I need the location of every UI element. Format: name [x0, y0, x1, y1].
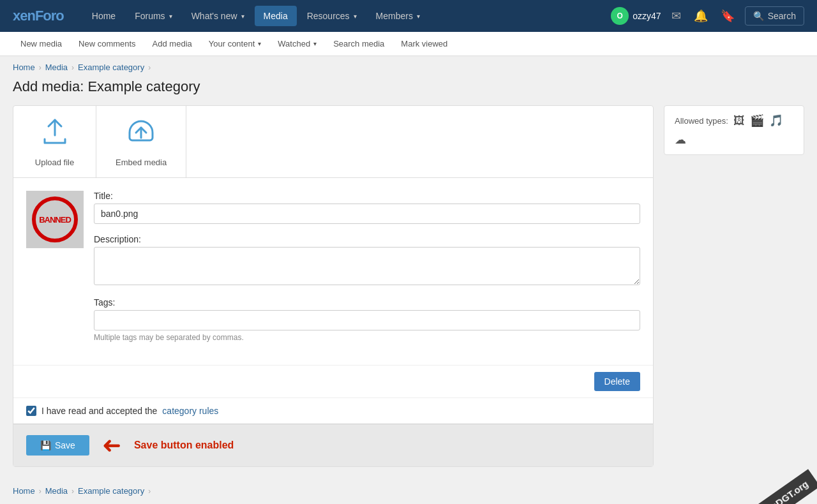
description-label: Description: [94, 234, 640, 244]
ban-circle: BANNED [32, 196, 78, 242]
page-title: Add media: Example category [0, 78, 817, 105]
subnav-search-media[interactable]: Search media [326, 35, 392, 52]
search-label: Search [768, 11, 796, 21]
content-wrapper: Upload file Embed media BANNED [0, 105, 817, 480]
breadcrumb-sep: › [71, 487, 74, 496]
tab-embed-media[interactable]: Embed media [96, 106, 186, 177]
breadcrumb-bottom-media[interactable]: Media [45, 486, 68, 496]
subnav-new-media[interactable]: New media [13, 35, 70, 52]
form-section: BANNED Title: Description: Tags: Multipl… [13, 178, 653, 365]
description-group: Description: [94, 234, 640, 287]
nav-items: Home Forums▾ What's new▾ Media Resources… [83, 6, 611, 26]
username: ozzy47 [633, 11, 661, 21]
tags-group: Tags: Multiple tags may be separated by … [94, 297, 640, 342]
audio-type-icon: 🎵 [769, 114, 783, 128]
floppy-icon: 💾 [40, 440, 51, 450]
top-navigation: xenForo Home Forums▾ What's new▾ Media R… [0, 0, 817, 32]
media-tabs: Upload file Embed media [13, 106, 653, 178]
breadcrumb-bottom-example-category[interactable]: Example category [78, 486, 144, 496]
terms-checkbox[interactable] [26, 406, 36, 416]
media-preview: BANNED [26, 191, 84, 352]
chevron-icon: ▾ [241, 13, 244, 20]
tags-input[interactable] [94, 310, 640, 330]
save-enabled-text: Save button enabled [134, 440, 234, 451]
breadcrumb-media[interactable]: Media [45, 63, 68, 72]
allowed-types: Allowed types: 🖼 🎬 🎵 ☁ [664, 105, 804, 155]
breadcrumb-home[interactable]: Home [13, 63, 35, 72]
breadcrumb-bottom: Home › Media › Example category › [0, 480, 817, 502]
breadcrumb-sep: › [148, 487, 151, 496]
title-group: Title: [94, 191, 640, 224]
arrow-indicator: ➜ [102, 432, 121, 459]
search-icon: 🔍 [753, 11, 764, 21]
nav-resources[interactable]: Resources▾ [298, 6, 366, 26]
site-logo[interactable]: xenForo [13, 8, 64, 24]
video-type-icon: 🎬 [750, 114, 764, 128]
breadcrumb-sep: › [39, 63, 41, 72]
tags-hint: Multiple tags may be separated by commas… [94, 333, 640, 342]
side-panel: Allowed types: 🖼 🎬 🎵 ☁ [664, 105, 804, 467]
upload-type-icon: ☁ [675, 133, 686, 147]
avatar: O [611, 7, 629, 25]
logo-text2: Foro [35, 8, 64, 24]
chevron-icon: ▾ [258, 40, 261, 47]
category-rules-link[interactable]: category rules [162, 406, 218, 416]
bookmark-icon[interactable]: 🔖 [718, 6, 737, 26]
mail-icon[interactable]: ✉ [669, 6, 684, 26]
breadcrumb-sep: › [148, 63, 151, 72]
delete-button[interactable]: Delete [594, 372, 640, 391]
terms-row: I have read and accepted the category ru… [13, 397, 653, 424]
breadcrumb-sep: › [71, 63, 74, 72]
chevron-icon: ▾ [169, 13, 172, 20]
save-row: 💾 Save ➜ Save button enabled [13, 424, 653, 466]
user-badge[interactable]: O ozzy47 [611, 7, 661, 25]
main-panel: Upload file Embed media BANNED [13, 105, 654, 467]
nav-members[interactable]: Members▾ [367, 6, 429, 26]
sub-navigation: New media New comments Add media Your co… [0, 32, 817, 56]
chevron-icon: ▾ [417, 13, 420, 20]
logo-text1: xen [13, 8, 35, 24]
subnav-mark-viewed[interactable]: Mark viewed [393, 35, 455, 52]
nav-home[interactable]: Home [83, 6, 124, 26]
search-button[interactable]: 🔍 Search [745, 6, 804, 26]
preview-image: BANNED [26, 191, 84, 248]
ban-text: BANNED [39, 215, 71, 225]
chevron-icon: ▾ [313, 40, 317, 47]
allowed-types-label: Allowed types: [675, 116, 728, 126]
nav-whats-new[interactable]: What's new▾ [183, 6, 253, 26]
breadcrumb: Home › Media › Example category › [0, 56, 817, 78]
arrow-icon: ➜ [102, 432, 121, 459]
nav-media[interactable]: Media [255, 6, 297, 26]
tags-label: Tags: [94, 297, 640, 308]
terms-text: I have read and accepted the [41, 406, 157, 416]
embed-icon [126, 116, 156, 152]
save-button[interactable]: 💾 Save [26, 435, 89, 456]
image-type-icon: 🖼 [733, 114, 745, 128]
breadcrumb-bottom-home[interactable]: Home [13, 486, 35, 496]
title-input[interactable] [94, 204, 640, 224]
breadcrumb-sep: › [39, 487, 41, 496]
description-input[interactable] [94, 247, 640, 285]
breadcrumb-example-category[interactable]: Example category [78, 63, 144, 72]
subnav-add-media[interactable]: Add media [145, 35, 200, 52]
subnav-watched[interactable]: Watched▾ [270, 35, 324, 52]
bell-icon[interactable]: 🔔 [691, 6, 710, 26]
subnav-new-comments[interactable]: New comments [71, 35, 144, 52]
tab-embed-label: Embed media [116, 158, 167, 167]
nav-forums[interactable]: Forums▾ [126, 6, 181, 26]
form-fields: Title: Description: Tags: Multiple tags … [94, 191, 640, 352]
tab-upload-label: Upload file [35, 158, 74, 167]
nav-right: O ozzy47 ✉ 🔔 🔖 🔍 Search [611, 6, 804, 26]
form-actions: Delete [13, 365, 653, 397]
title-label: Title: [94, 191, 640, 201]
save-label: Save [55, 440, 75, 450]
subnav-your-content[interactable]: Your content▾ [201, 35, 269, 52]
tab-upload-file[interactable]: Upload file [13, 106, 96, 177]
chevron-icon: ▾ [354, 13, 357, 20]
upload-icon [40, 116, 70, 152]
